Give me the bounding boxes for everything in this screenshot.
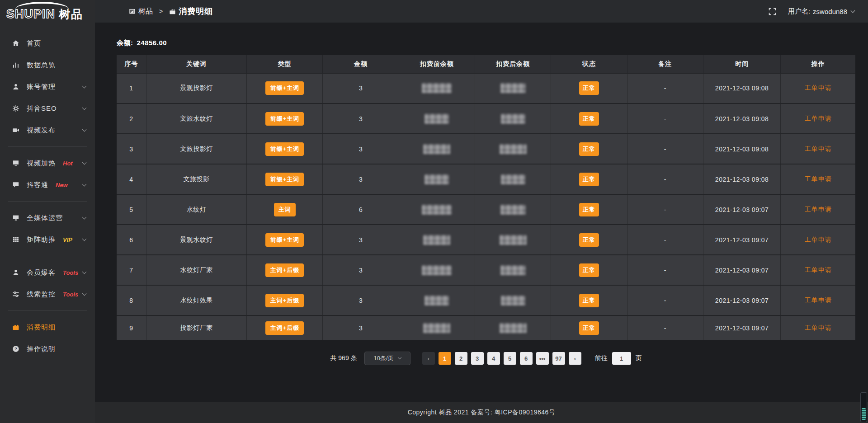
cell-remark: - — [627, 134, 703, 164]
question-icon: ? — [12, 345, 20, 353]
cell-remark: - — [627, 194, 703, 225]
chevron-down-icon — [82, 236, 87, 241]
sidebar-item-question[interactable]: ?操作说明 — [0, 338, 95, 360]
table-row: 3文旅投影灯前缀+主词3正常-2021-12-03 09:08工单申请 — [117, 134, 855, 164]
sidebar-item-wallet[interactable]: 消费明细 — [0, 316, 95, 338]
sidebar-item-member[interactable]: 会员爆客Tools — [0, 262, 95, 283]
sidebar: SHUPIN 树品 首页数据总览账号管理抖音SEO视频发布视频加热Hot抖客通N… — [0, 0, 95, 423]
ticket-apply-link[interactable]: 工单申请 — [805, 266, 832, 273]
user-menu[interactable]: 用户名: zswodun88 — [788, 7, 854, 16]
cell-time: 2021-12-03 09:07 — [703, 315, 781, 340]
status-tag: 正常 — [579, 294, 599, 307]
balance-value: 24856.00 — [137, 39, 167, 47]
cell-index: 2 — [117, 103, 146, 134]
sidebar-menu: 首页数据总览账号管理抖音SEO视频发布视频加热Hot抖客通New全媒体运营矩阵助… — [0, 28, 95, 360]
logo-arc-decoration — [15, 2, 69, 9]
ticket-apply-link[interactable]: 工单申请 — [805, 84, 832, 91]
sidebar-item-home[interactable]: 首页 — [0, 33, 95, 54]
pagination-page-97[interactable]: 97 — [552, 352, 565, 365]
sidebar-item-chat[interactable]: 抖客通New — [0, 174, 95, 196]
gear-icon — [12, 104, 20, 113]
pagination-page-4[interactable]: 4 — [487, 352, 500, 365]
ticket-apply-link[interactable]: 工单申请 — [805, 206, 832, 213]
cell-index: 6 — [117, 225, 146, 255]
cell-remark: - — [627, 225, 703, 255]
username-value: zswodun88 — [813, 8, 847, 15]
jump-page-input[interactable] — [612, 352, 631, 365]
status-tag: 正常 — [579, 112, 599, 126]
page-size-select[interactable]: 10条/页 — [364, 352, 410, 365]
sidebar-item-badge: Tools — [63, 291, 78, 298]
sidebar-item-gear[interactable]: 抖音SEO — [0, 98, 95, 119]
video-icon — [12, 126, 20, 134]
redacted-balance-before — [425, 296, 449, 306]
cell-time: 2021-12-03 09:08 — [703, 103, 781, 134]
redacted-balance-after — [500, 205, 526, 215]
redacted-balance-after — [500, 265, 526, 275]
redacted-balance-before — [422, 83, 452, 93]
redacted-balance-after — [500, 235, 527, 245]
type-tag: 主词+后缀 — [265, 263, 304, 277]
cell-keyword: 文旅投影灯 — [146, 134, 246, 164]
pagination-ellipsis[interactable]: ••• — [536, 352, 549, 365]
balance-label: 余额: — [117, 39, 133, 47]
sidebar-item-grid[interactable]: 矩阵助推VIP — [0, 229, 95, 250]
status-tag: 正常 — [579, 173, 599, 186]
redacted-balance-after — [501, 114, 525, 124]
sidebar-item-label: 全媒体运营 — [27, 214, 63, 222]
sidebar-item-video[interactable]: 视频发布 — [0, 119, 95, 141]
user-icon — [12, 83, 20, 91]
ticket-apply-link[interactable]: 工单申请 — [805, 296, 832, 304]
fullscreen-icon[interactable] — [769, 8, 776, 15]
cell-remark: - — [627, 285, 703, 315]
pagination-page-3[interactable]: 3 — [471, 352, 484, 365]
ticket-apply-link[interactable]: 工单申请 — [805, 115, 832, 122]
cell-index: 9 — [117, 315, 146, 340]
cell-remark: - — [627, 73, 703, 103]
sidebar-item-monitor[interactable]: 全媒体运营 — [0, 207, 95, 229]
wallet-icon — [169, 8, 176, 15]
ticket-apply-link[interactable]: 工单申请 — [805, 175, 832, 183]
pagination-page-5[interactable]: 5 — [504, 352, 516, 365]
chevron-down-icon — [82, 127, 87, 132]
sidebar-item-label: 消费明细 — [27, 323, 56, 332]
pagination-page-6[interactable]: 6 — [520, 352, 533, 365]
breadcrumb-root[interactable]: 树品 — [129, 7, 153, 16]
cell-amount: 3 — [323, 134, 399, 164]
scrollbar[interactable] — [860, 392, 867, 422]
sidebar-item-chart[interactable]: 数据总览 — [0, 54, 95, 76]
sidebar-item-badge: New — [56, 182, 68, 188]
pagination-next-button[interactable]: › — [569, 352, 581, 365]
consumption-table: 序号关键词类型金额扣费前余额扣费后余额状态备注时间操作 1景观投影灯前缀+主词3… — [117, 55, 855, 340]
cell-keyword: 景观投影灯 — [146, 73, 246, 103]
sidebar-item-user[interactable]: 账号管理 — [0, 76, 95, 98]
sidebar-item-label: 线索监控 — [27, 290, 56, 299]
chevron-down-icon — [82, 84, 87, 88]
ticket-apply-link[interactable]: 工单申请 — [805, 145, 832, 152]
sidebar-divider — [8, 201, 87, 202]
chat-icon — [12, 181, 20, 189]
content-area: 余额:24856.00 序号关键词类型金额扣费前余额扣费后余额状态备注时间操作 … — [95, 23, 868, 402]
status-tag: 正常 — [579, 263, 599, 277]
column-header: 序号 — [117, 55, 146, 73]
type-tag: 前缀+主词 — [265, 142, 304, 156]
cell-time: 2021-12-03 09:07 — [703, 255, 781, 285]
column-header: 扣费前余额 — [399, 55, 475, 73]
sidebar-item-sliders[interactable]: 线索监控Tools — [0, 283, 95, 305]
sidebar-item-screen[interactable]: 视频加热Hot — [0, 152, 95, 174]
logo: SHUPIN 树品 — [0, 0, 95, 28]
sidebar-item-label: 矩阵助推 — [27, 235, 56, 244]
grid-icon — [12, 235, 20, 244]
table-row: 8水纹灯效果主词+后缀3正常-2021-12-03 09:07工单申请 — [117, 285, 855, 315]
member-icon — [12, 268, 20, 277]
pagination-page-1[interactable]: 1 — [439, 352, 451, 365]
pagination-page-2[interactable]: 2 — [455, 352, 467, 365]
ticket-apply-link[interactable]: 工单申请 — [805, 236, 832, 243]
cell-remark: - — [627, 103, 703, 134]
pagination-prev-button[interactable]: ‹ — [422, 352, 435, 365]
ticket-apply-link[interactable]: 工单申请 — [805, 324, 832, 331]
redacted-balance-before — [423, 144, 450, 154]
table-row: 5水纹灯主词6正常-2021-12-03 09:07工单申请 — [117, 194, 855, 225]
column-header: 时间 — [703, 55, 781, 73]
scrollbar-thumb[interactable] — [862, 408, 866, 420]
